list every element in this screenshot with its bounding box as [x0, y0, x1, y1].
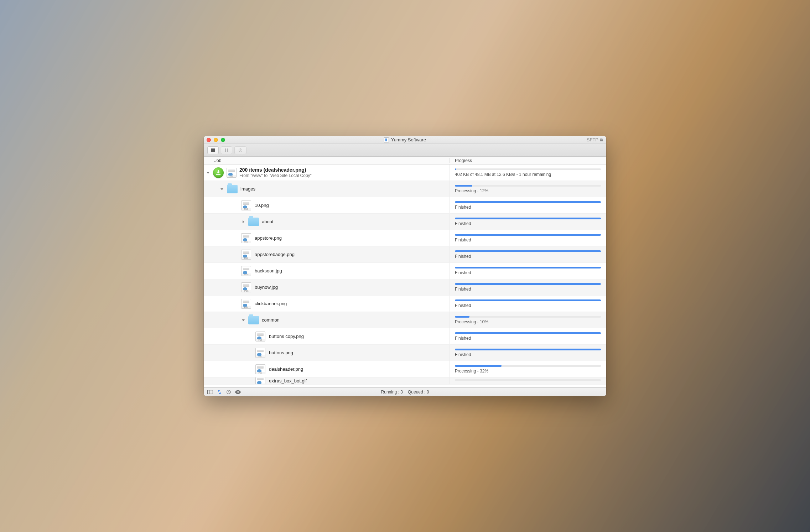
- file-icon: PNG: [255, 332, 265, 341]
- item-name: buynow.jpg: [255, 285, 278, 290]
- sync-icon[interactable]: [217, 389, 222, 395]
- progress-bar: [455, 185, 601, 187]
- column-header: Job Progress: [204, 157, 606, 165]
- queued-label: Queued :: [408, 390, 425, 395]
- progress-bar: [455, 299, 601, 301]
- file-icon: GIF: [255, 377, 265, 385]
- file-icon: PNG: [241, 299, 251, 309]
- stop-icon: [211, 148, 215, 152]
- stop-button[interactable]: [207, 146, 219, 154]
- progress-bar: [455, 234, 601, 236]
- progress-bar: [455, 283, 601, 285]
- progress-status: Finished: [455, 336, 601, 341]
- progress-bar: [455, 250, 601, 252]
- pause-icon: [225, 148, 228, 152]
- progress-status: Finished: [455, 303, 601, 308]
- toolbar: [204, 144, 606, 157]
- transfer-list[interactable]: PNG 200 items (dealsheader.png) From "ww…: [204, 165, 606, 387]
- statusbar-counts: Running : 3 Queued : 0: [381, 390, 429, 395]
- pause-button[interactable]: [221, 146, 232, 154]
- progress-bar: [455, 349, 601, 350]
- file-row[interactable]: JPEGbacksoon.jpgFinished: [204, 263, 606, 279]
- disclosure-triangle[interactable]: [220, 187, 224, 191]
- file-icon: PNG: [227, 168, 237, 178]
- progress-bar: [455, 316, 601, 318]
- svg-rect-0: [211, 148, 215, 152]
- file-row[interactable]: JPEGbuynow.jpgFinished: [204, 279, 606, 296]
- progress-status: 402 KB of 48.1 MB at 12.6 KB/s - 1 hour …: [455, 172, 601, 177]
- svg-rect-1: [225, 148, 226, 152]
- app-icon: [384, 137, 389, 142]
- running-label: Running :: [381, 390, 399, 395]
- file-icon: PNG: [241, 250, 251, 260]
- job-row-main[interactable]: PNG 200 items (dealsheader.png) From "ww…: [204, 165, 606, 181]
- progress-status: Processing - 10%: [455, 319, 601, 324]
- running-count: 3: [400, 390, 403, 395]
- disclosure-triangle[interactable]: [241, 318, 245, 322]
- file-row[interactable]: PNGbuttons copy.pngFinished: [204, 328, 606, 345]
- history-button[interactable]: [234, 146, 246, 154]
- queued-count: 0: [427, 390, 429, 395]
- progress-status: Finished: [455, 270, 601, 275]
- statusbar: Running : 3 Queued : 0: [204, 387, 606, 396]
- clock-icon[interactable]: [226, 389, 232, 395]
- folder-icon: [248, 218, 259, 226]
- folder-row[interactable]: aboutFinished: [204, 214, 606, 230]
- file-row[interactable]: GIFextras_box_bot.gif: [204, 377, 606, 385]
- progress-bar: [455, 332, 601, 334]
- progress-bar: [455, 267, 601, 268]
- progress-status: Finished: [455, 238, 601, 242]
- connection-type: SFTP: [587, 137, 603, 142]
- disclosure-triangle[interactable]: [206, 171, 210, 175]
- progress-status: Finished: [455, 287, 601, 292]
- progress-status: Processing - 32%: [455, 369, 601, 374]
- file-icon: PNG: [255, 348, 265, 358]
- job-subtitle: From "www" to "Web Site Local Copy": [239, 173, 312, 178]
- progress-status: Finished: [455, 205, 601, 210]
- clock-icon: [238, 148, 243, 152]
- eye-icon[interactable]: [235, 389, 241, 395]
- file-row[interactable]: PNGappstorebadge.pngFinished: [204, 246, 606, 263]
- progress-bar: [455, 379, 601, 381]
- file-row[interactable]: PNGappstore.pngFinished: [204, 230, 606, 246]
- file-row[interactable]: PNGbuttons.pngFinished: [204, 345, 606, 361]
- progress-status: Finished: [455, 352, 601, 357]
- titlebar: Yummy Software SFTP: [204, 136, 606, 144]
- item-name: common: [262, 317, 280, 323]
- maximize-button[interactable]: [221, 138, 225, 142]
- file-row[interactable]: PNG10.pngFinished: [204, 197, 606, 214]
- folder-icon: [248, 316, 259, 324]
- job-title: 200 items (dealsheader.png): [239, 167, 312, 173]
- item-name: images: [240, 186, 255, 192]
- item-name: buttons.png: [269, 350, 293, 355]
- progress-bar: [455, 201, 601, 203]
- file-icon: JPEG: [241, 282, 251, 292]
- protocol-label: SFTP: [587, 137, 598, 142]
- app-window: Yummy Software SFTP Job Progress: [204, 136, 606, 396]
- folder-row[interactable]: imagesProcessing - 12%: [204, 181, 606, 197]
- progress-bar: [455, 168, 601, 170]
- column-job[interactable]: Job: [204, 158, 450, 163]
- close-button[interactable]: [207, 138, 211, 142]
- svg-rect-2: [227, 148, 229, 152]
- item-name: clickbanner.png: [255, 301, 287, 306]
- item-name: buttons copy.png: [269, 334, 304, 339]
- progress-status: Processing - 12%: [455, 188, 601, 193]
- item-name: appstore.png: [255, 235, 282, 241]
- traffic-lights: [207, 138, 225, 142]
- progress-bar: [455, 218, 601, 219]
- svg-rect-4: [208, 390, 213, 394]
- column-progress[interactable]: Progress: [450, 158, 606, 163]
- minimize-button[interactable]: [214, 138, 218, 142]
- disclosure-triangle[interactable]: [241, 220, 245, 224]
- sidebar-toggle-icon[interactable]: [207, 389, 213, 395]
- lock-icon: [599, 138, 603, 142]
- file-row[interactable]: PNGdealsheader.pngProcessing - 32%: [204, 361, 606, 377]
- item-name: extras_box_bot.gif: [269, 378, 307, 384]
- file-icon: PNG: [255, 364, 265, 374]
- file-icon: JPEG: [241, 266, 251, 276]
- item-name: 10.png: [255, 203, 269, 208]
- file-row[interactable]: PNGclickbanner.pngFinished: [204, 296, 606, 312]
- item-name: about: [262, 219, 274, 224]
- folder-row[interactable]: commonProcessing - 10%: [204, 312, 606, 328]
